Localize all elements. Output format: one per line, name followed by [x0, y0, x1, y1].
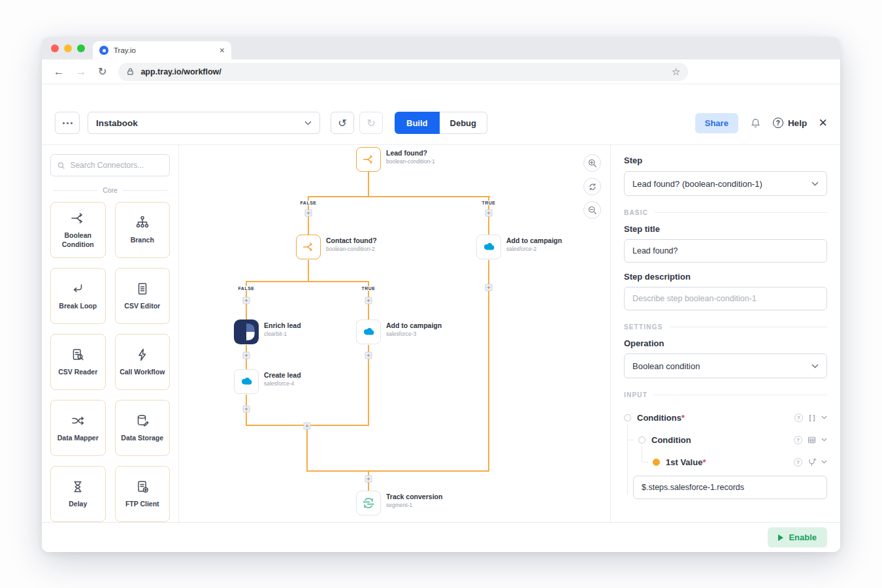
help-label: Help: [788, 118, 807, 128]
debug-tab[interactable]: Debug: [440, 112, 487, 134]
redo-button[interactable]: [359, 112, 383, 134]
forward-button[interactable]: [76, 67, 86, 77]
break-loop-icon: [70, 281, 86, 297]
tab-close-icon[interactable]: [220, 44, 225, 56]
connectors-sidebar: Core Boolean Condition Branch Break Loop: [42, 145, 179, 522]
workflow-node-add-to-campaign-3[interactable]: Add to campaignsalesforce-3: [356, 319, 442, 344]
zoom-out-button[interactable]: [583, 201, 601, 219]
mapped-value-circle-icon[interactable]: [653, 459, 660, 466]
add-step-button[interactable]: [485, 284, 493, 291]
first-value-row[interactable]: 1st Value*: [624, 451, 827, 473]
connector-break-loop[interactable]: Break Loop: [50, 268, 106, 324]
chevron-down-icon: [811, 182, 819, 186]
add-step-button[interactable]: [485, 210, 493, 217]
share-button[interactable]: Share: [695, 113, 738, 133]
minimize-window-button[interactable]: [64, 44, 72, 52]
add-step-button[interactable]: [365, 476, 372, 483]
step-selector[interactable]: Lead found? (boolean-condition-1): [624, 171, 827, 196]
notifications-bell-icon[interactable]: [750, 118, 761, 129]
value-type-icon[interactable]: [808, 458, 816, 466]
connector-csv-reader[interactable]: CSV Reader: [50, 334, 106, 390]
condition-row[interactable]: Condition: [624, 429, 827, 451]
add-step-button[interactable]: [243, 352, 250, 359]
clearbit-icon: [234, 319, 259, 344]
object-table-icon[interactable]: [808, 436, 816, 444]
connector-data-mapper[interactable]: Data Mapper: [50, 400, 106, 456]
zoom-in-button[interactable]: [583, 154, 601, 172]
lock-icon: [126, 67, 135, 76]
ftp-client-icon: [135, 479, 150, 495]
connector-ftp-client[interactable]: FTP Client: [115, 466, 171, 522]
step-selector-value: Lead found? (boolean-condition-1): [632, 179, 762, 189]
close-workflow-icon[interactable]: [819, 116, 827, 130]
connector-line: [308, 260, 309, 282]
connector-boolean-condition[interactable]: Boolean Condition: [50, 202, 106, 258]
connector-label: CSV Editor: [124, 302, 160, 311]
undo-button[interactable]: [331, 112, 354, 134]
conditions-row[interactable]: Conditions* []: [624, 406, 827, 429]
chevron-down-icon[interactable]: [821, 416, 827, 419]
operation-label: Operation: [624, 338, 827, 348]
canvas-zoom-controls: [583, 154, 601, 219]
basic-section-header: BASIC: [624, 209, 827, 216]
branch-false-label: FALSE: [236, 286, 256, 291]
add-step-button[interactable]: [305, 210, 312, 217]
browser-window: Tray.io app.tray.io/workflow/ Instabook …: [42, 37, 840, 552]
array-type-icon[interactable]: []: [808, 414, 816, 421]
node-subtitle: segment-1: [386, 502, 442, 508]
add-step-button[interactable]: [365, 352, 372, 359]
step-description-input[interactable]: [624, 287, 827, 310]
address-bar[interactable]: app.tray.io/workflow/: [118, 63, 688, 81]
search-input[interactable]: [70, 161, 163, 170]
enable-button[interactable]: Enable: [768, 527, 827, 547]
build-tab[interactable]: Build: [395, 112, 440, 134]
connector-line: [308, 196, 490, 197]
first-value-input[interactable]: [633, 476, 827, 499]
close-window-button[interactable]: [51, 44, 59, 52]
node-title: Add to campaign: [386, 321, 442, 329]
field-help-icon[interactable]: [794, 458, 802, 466]
workflow-name-select[interactable]: Instabook: [88, 112, 320, 134]
workflow-node-lead-found[interactable]: Lead found?boolean-condition-1: [356, 147, 435, 172]
connector-search[interactable]: [50, 154, 170, 176]
workflow-node-create-lead[interactable]: Create leadsalesforce-4: [234, 369, 301, 394]
connector-csv-editor[interactable]: CSV Editor: [115, 268, 171, 324]
reload-button[interactable]: [98, 67, 106, 77]
field-help-icon[interactable]: [794, 436, 802, 444]
fit-view-button[interactable]: [583, 178, 601, 195]
add-step-button[interactable]: [243, 297, 250, 304]
collapse-circle-icon[interactable]: [624, 414, 631, 421]
more-options-button[interactable]: [55, 112, 80, 134]
call-workflow-icon: [135, 347, 150, 363]
workflow-node-add-to-campaign-2[interactable]: Add to campaignsalesforce-2: [476, 235, 562, 259]
node-subtitle: salesforce-3: [386, 331, 442, 337]
connector-label: CSV Reader: [58, 368, 97, 377]
workflow-node-contact-found[interactable]: Contact found?boolean-condition-2: [296, 235, 377, 259]
connector-data-storage[interactable]: Data Storage: [115, 400, 171, 456]
collapse-circle-icon[interactable]: [638, 436, 645, 444]
connector-delay[interactable]: Delay: [50, 466, 106, 522]
search-icon: [57, 161, 65, 170]
first-value-input-wrap: [633, 476, 827, 499]
workflow-canvas[interactable]: FALSE TRUE FALSE TRUE Lead found?boolean…: [179, 145, 610, 522]
back-button[interactable]: [54, 67, 64, 77]
chevron-down-icon[interactable]: [821, 438, 827, 442]
browser-tab[interactable]: Tray.io: [93, 41, 231, 59]
chevron-down-icon[interactable]: [821, 460, 827, 464]
add-step-button[interactable]: [365, 297, 372, 304]
zoom-window-button[interactable]: [77, 44, 85, 52]
refresh-icon: [588, 182, 597, 191]
row-right-icons: []: [794, 414, 827, 422]
connector-call-workflow[interactable]: Call Workflow: [115, 334, 171, 390]
add-step-button[interactable]: [304, 423, 311, 430]
add-step-button[interactable]: [243, 406, 250, 413]
workflow-node-enrich-lead[interactable]: Enrich leadclearbit-1: [234, 319, 301, 344]
field-help-icon[interactable]: [794, 414, 803, 422]
help-button[interactable]: Help: [773, 118, 807, 128]
bookmark-star-icon[interactable]: [672, 66, 680, 78]
step-description-label: Step description: [624, 272, 827, 282]
connector-branch[interactable]: Branch: [115, 202, 171, 258]
step-title-input[interactable]: [624, 239, 827, 263]
workflow-node-track-conversion[interactable]: Track conversionsegment-1: [356, 491, 442, 515]
operation-select[interactable]: Boolean condition: [624, 353, 827, 378]
